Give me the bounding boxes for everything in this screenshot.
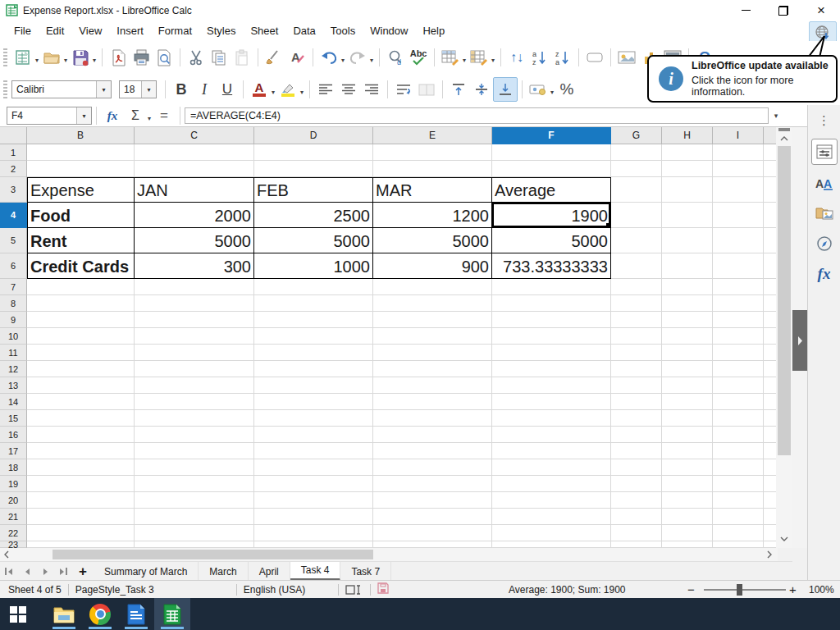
cell-D6[interactable]: 1000 [254,253,373,279]
cell-B23[interactable] [27,541,135,548]
cell-I22[interactable] [713,525,764,541]
cell-C15[interactable] [135,410,254,427]
sheet-tab-april[interactable]: April [249,562,290,581]
vertical-scrollbar[interactable] [776,127,792,548]
cell-C22[interactable] [135,525,254,541]
cell-D2[interactable] [254,161,373,177]
sheet-tab-march[interactable]: March [199,562,248,581]
cell-F16[interactable] [492,427,611,443]
cell-C17[interactable] [135,443,254,459]
cell-E7[interactable] [373,279,492,295]
cell-E19[interactable] [373,476,492,492]
export-pdf-button[interactable] [107,46,130,69]
scroll-left-button[interactable] [0,548,13,561]
cell-I13[interactable] [713,377,764,394]
new-document-button[interactable] [11,46,34,69]
cell-B13[interactable] [27,377,135,394]
cell-H7[interactable] [662,279,713,295]
font-size-dropdown-arrow[interactable]: ▾ [141,81,156,98]
sheet-tab-summary-of-march[interactable]: Summary of March [94,562,199,581]
paste-button[interactable] [231,46,253,69]
cell-B7[interactable] [27,279,135,295]
column-header-D[interactable]: D [254,127,373,144]
cell-C14[interactable] [135,394,254,410]
cell-F4[interactable]: 1900 [492,203,611,228]
cell-E3[interactable]: MAR [373,177,492,203]
zoom-in-button[interactable]: + [789,582,797,596]
sort-button[interactable]: ↑↓ [505,46,528,69]
cell-H5[interactable] [662,228,713,253]
cell-C11[interactable] [135,345,254,361]
cell-C2[interactable] [135,161,254,177]
cell-I9[interactable] [713,312,764,328]
cell-H20[interactable] [662,492,713,509]
cell-D1[interactable] [254,144,373,161]
align-right-button[interactable] [360,78,383,101]
merge-cells-button[interactable] [415,78,438,101]
cell-B19[interactable] [27,476,135,492]
cell-G21[interactable] [611,509,662,525]
selection-summary[interactable]: Average: 1900; Sum: 1900 [509,584,626,596]
cell-C4[interactable]: 2000 [135,203,254,228]
sheet-tab-task-4[interactable]: Task 4 [290,562,341,581]
taskbar-writer[interactable] [118,598,154,630]
cell-E5[interactable]: 5000 [373,228,492,253]
cell-C1[interactable] [135,144,254,161]
cell-D9[interactable] [254,312,373,328]
clone-formatting-button[interactable] [262,46,285,69]
cell-H8[interactable] [662,295,713,312]
scroll-down-button[interactable] [776,532,792,546]
cell-B21[interactable] [27,509,135,525]
cell-I15[interactable] [713,410,764,427]
split-window-handle[interactable] [778,128,790,131]
menu-sheet[interactable]: Sheet [243,22,285,39]
next-sheet-button[interactable] [36,562,54,581]
cell-H12[interactable] [662,361,713,377]
row-header-7[interactable]: 7 [0,279,27,295]
cell-D17[interactable] [254,443,373,459]
scroll-up-button[interactable] [776,132,792,145]
spelling-button[interactable]: Abc [407,46,430,69]
cell-I17[interactable] [713,443,764,459]
cell-I16[interactable] [713,427,764,443]
print-preview-button[interactable] [153,46,176,69]
highlight-color-button[interactable] [276,78,299,101]
cell-D8[interactable] [254,295,373,312]
align-top-button[interactable] [447,78,470,101]
row-header-6[interactable]: 6 [0,253,27,279]
cell-C9[interactable] [135,312,254,328]
cell-H1[interactable] [662,144,713,161]
cell-D14[interactable] [254,394,373,410]
cell-C3[interactable]: JAN [135,177,254,203]
scroll-right-button[interactable] [763,548,776,561]
expand-formula-bar-button[interactable]: ▾ [769,104,783,127]
cell-C20[interactable] [135,492,254,509]
sidebar-settings-menu[interactable]: ⋮ [812,108,837,133]
column-header-I[interactable]: I [713,127,764,144]
cell-E13[interactable] [373,377,492,394]
cell-C7[interactable] [135,279,254,295]
column-header-C[interactable]: C [135,127,254,144]
cell-I10[interactable] [713,328,764,345]
menu-file[interactable]: File [7,22,39,39]
cell-H22[interactable] [662,525,713,541]
cell-C5[interactable]: 5000 [135,228,254,253]
cell-I21[interactable] [713,509,764,525]
cell-I2[interactable] [713,161,764,177]
sum-dropdown-arrow[interactable]: ▾ [148,115,151,122]
cell-I20[interactable] [713,492,764,509]
cell-C21[interactable] [135,509,254,525]
cell-G6[interactable] [611,253,662,279]
cell-B15[interactable] [27,410,135,427]
cell-D19[interactable] [254,476,373,492]
cell-D15[interactable] [254,410,373,427]
minimize-button[interactable] [732,1,760,21]
column-header-H[interactable]: H [662,127,713,144]
cell-B12[interactable] [27,361,135,377]
cell-D5[interactable]: 5000 [254,228,373,253]
cell-H15[interactable] [662,410,713,427]
cell-H19[interactable] [662,476,713,492]
menu-insert[interactable]: Insert [109,22,151,39]
zoom-out-button[interactable]: − [687,582,695,596]
cell-F6[interactable]: 733.33333333 [492,253,611,279]
